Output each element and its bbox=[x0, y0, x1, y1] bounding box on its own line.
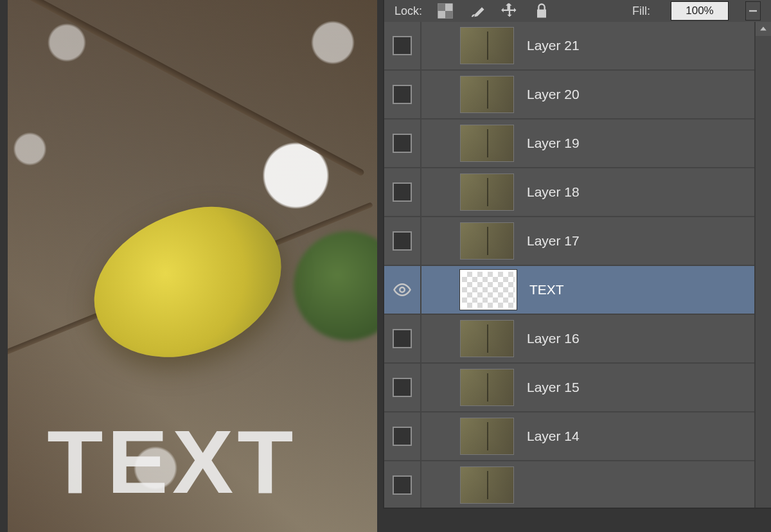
lock-toolbar: Lock: Fill: 100% bbox=[384, 0, 771, 23]
visibility-checkbox[interactable] bbox=[393, 85, 412, 104]
layer-thumbnail[interactable] bbox=[460, 76, 514, 113]
visibility-toggle[interactable] bbox=[384, 22, 421, 69]
visibility-checkbox[interactable] bbox=[393, 231, 412, 251]
layer-thumbnail[interactable] bbox=[460, 466, 514, 504]
layer-name[interactable]: Layer 20 bbox=[527, 87, 580, 102]
layer-row[interactable]: Layer 20 bbox=[384, 71, 756, 120]
fill-value-field[interactable]: 100% bbox=[671, 1, 729, 21]
visibility-toggle[interactable] bbox=[384, 266, 421, 314]
layer-thumbnail[interactable] bbox=[460, 369, 514, 406]
canvas-decor bbox=[10, 0, 365, 177]
layer-row[interactable] bbox=[384, 461, 756, 508]
checker-lock-icon[interactable] bbox=[436, 2, 454, 20]
layer-name[interactable]: Layer 14 bbox=[527, 429, 580, 444]
layer-row[interactable]: TEXT bbox=[384, 266, 756, 315]
layer-row[interactable]: Layer 15 bbox=[384, 364, 756, 412]
layer-name[interactable]: TEXT bbox=[529, 282, 564, 297]
layers-panel: Lock: Fill: 100% Layer 21Layer 20Laye bbox=[383, 0, 771, 509]
visibility-checkbox[interactable] bbox=[393, 378, 412, 397]
layer-row[interactable]: Layer 14 bbox=[384, 412, 756, 461]
canvas-decor bbox=[294, 231, 377, 341]
layer-name[interactable]: Layer 19 bbox=[527, 136, 580, 151]
visibility-toggle[interactable] bbox=[384, 71, 421, 118]
layer-row[interactable]: Layer 17 bbox=[384, 217, 756, 266]
svg-point-3 bbox=[400, 287, 405, 292]
visibility-toggle[interactable] bbox=[384, 461, 421, 508]
visibility-toggle[interactable] bbox=[384, 315, 421, 362]
padlock-icon[interactable] bbox=[533, 2, 551, 20]
layer-name[interactable]: Layer 18 bbox=[527, 184, 580, 200]
layer-thumbnail[interactable] bbox=[460, 125, 514, 162]
layer-thumbnail[interactable] bbox=[460, 418, 514, 455]
svg-rect-2 bbox=[445, 11, 453, 19]
visibility-checkbox[interactable] bbox=[393, 134, 412, 153]
lock-label: Lock: bbox=[394, 4, 422, 18]
layer-thumbnail[interactable] bbox=[460, 320, 514, 357]
visibility-checkbox[interactable] bbox=[393, 427, 412, 446]
brush-icon[interactable] bbox=[468, 2, 486, 20]
visibility-toggle[interactable] bbox=[384, 217, 421, 265]
scrollbar[interactable] bbox=[754, 22, 771, 508]
layer-thumbnail-text[interactable] bbox=[460, 270, 517, 310]
visibility-checkbox[interactable] bbox=[393, 36, 412, 55]
layer-row[interactable]: Layer 19 bbox=[384, 120, 756, 168]
layer-name[interactable]: Layer 15 bbox=[527, 380, 580, 395]
layer-thumbnail[interactable] bbox=[460, 173, 514, 211]
layer-name[interactable]: Layer 21 bbox=[527, 38, 580, 53]
layer-list: Layer 21Layer 20Layer 19Layer 18Layer 17… bbox=[384, 22, 756, 508]
visibility-toggle[interactable] bbox=[384, 412, 421, 460]
visibility-checkbox[interactable] bbox=[393, 475, 412, 495]
canvas-text-layer[interactable]: TEXT bbox=[47, 410, 297, 514]
layer-name[interactable]: Layer 17 bbox=[527, 233, 580, 249]
eye-icon bbox=[393, 280, 412, 299]
document-canvas[interactable]: TEXT bbox=[8, 0, 377, 532]
layer-name[interactable]: Layer 16 bbox=[527, 331, 580, 346]
visibility-checkbox[interactable] bbox=[393, 329, 412, 348]
visibility-toggle[interactable] bbox=[384, 364, 421, 411]
app-root: TEXT Lock: Fill: 100% bbox=[0, 0, 771, 532]
layer-thumbnail[interactable] bbox=[460, 27, 514, 64]
scroll-up-icon[interactable] bbox=[756, 22, 771, 36]
move-icon[interactable] bbox=[501, 2, 518, 20]
layer-row[interactable]: Layer 16 bbox=[384, 315, 756, 364]
fill-label: Fill: bbox=[632, 4, 650, 18]
layer-row[interactable]: Layer 21 bbox=[384, 22, 756, 71]
layer-row[interactable]: Layer 18 bbox=[384, 168, 756, 217]
visibility-toggle[interactable] bbox=[384, 120, 421, 167]
fill-value: 100% bbox=[686, 4, 713, 17]
visibility-checkbox[interactable] bbox=[393, 182, 412, 202]
canvas-decor bbox=[77, 191, 298, 375]
layer-thumbnail[interactable] bbox=[460, 222, 514, 260]
visibility-toggle[interactable] bbox=[384, 168, 421, 216]
fill-dropdown-button[interactable] bbox=[745, 1, 761, 21]
svg-rect-1 bbox=[438, 3, 445, 11]
